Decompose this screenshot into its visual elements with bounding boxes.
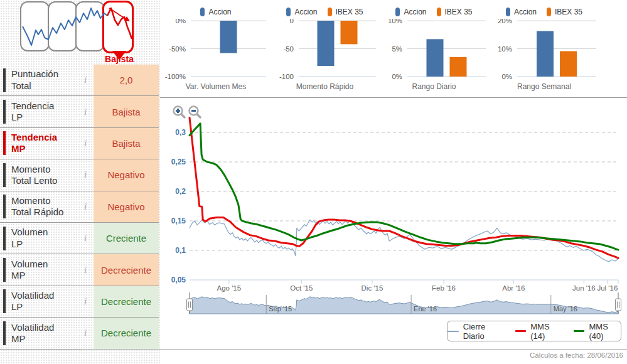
indicator-table: PuntuaciónTotali2,0TendenciaLPiBajistaTe… [0, 65, 159, 350]
mini-chart-rango-semanal: AccionIBEX 3520%10%0%Rango Semanal [488, 0, 600, 94]
series-mms-40- [190, 124, 618, 250]
legend-pill [506, 8, 510, 16]
svg-text:0,2: 0,2 [175, 187, 186, 196]
legend-pill [328, 8, 332, 16]
trend-thumbnail-3[interactable] [75, 1, 105, 51]
svg-text:0,3: 0,3 [175, 128, 186, 137]
indicator-value: Decreciente [94, 286, 159, 317]
legend-pill [286, 8, 291, 16]
svg-text:Ago '15: Ago '15 [217, 284, 242, 292]
legend-label: Accion [404, 8, 426, 16]
info-icon[interactable]: i [77, 75, 94, 85]
svg-text:Jun '16: Jun '16 [572, 284, 596, 292]
legend-label: MMS (14) [530, 322, 562, 341]
row-accent-bar [3, 289, 6, 313]
legend-pill [200, 8, 205, 16]
trend-thumbnail-selected[interactable] [102, 1, 134, 53]
bar-ibex-35 [450, 57, 467, 77]
info-icon[interactable]: i [77, 169, 94, 180]
legend-label: IBEX 35 [336, 8, 363, 16]
svg-text:Dic '15: Dic '15 [362, 284, 383, 292]
legend-item-mms-14-[interactable]: MMS (14) [515, 322, 562, 341]
mini-chart-rango-diario: AccionIBEX 3510%5%0%Rango Diario [378, 0, 490, 94]
svg-text:10%: 10% [388, 19, 402, 24]
bar-accion [220, 21, 237, 53]
indicator-row-momento-total-rapido: MomentoTotal RápidoiNegativo [0, 191, 159, 223]
row-accent-bar [3, 100, 6, 124]
bar-accion [537, 31, 554, 77]
mini-chart-legend: AccionIBEX 35 [488, 0, 600, 19]
indicator-label: VolatilidadLP [11, 290, 77, 313]
indicator-value: Bajista [94, 96, 159, 127]
trend-thumbnail-1[interactable] [20, 1, 50, 51]
info-icon[interactable]: i [77, 296, 94, 307]
mini-chart-title: Rango Diario [378, 82, 490, 91]
legend-line-swatch [447, 331, 459, 332]
legend-item-accion[interactable]: Accion [286, 8, 317, 16]
legend-item-ibex-35[interactable]: IBEX 35 [437, 8, 473, 16]
mini-chart-plot: 20%10%0% [488, 19, 600, 82]
info-icon[interactable]: i [77, 233, 94, 244]
indicator-value: Negativo [94, 191, 159, 222]
svg-text:Oct '15: Oct '15 [290, 284, 313, 292]
navigator[interactable]: Sep '15Ene '16May '16 [187, 292, 621, 314]
indicator-label: MomentoTotal Rápido [11, 195, 77, 218]
legend-item-ibex-35[interactable]: IBEX 35 [328, 8, 363, 16]
legend-item-mms-40-[interactable]: MMS (40) [574, 322, 621, 341]
legend-line-swatch [574, 330, 585, 332]
svg-text:-100: -100 [279, 73, 294, 80]
mini-chart-plot: 0-50-100 [270, 19, 380, 82]
svg-text:0,05: 0,05 [171, 276, 186, 284]
stock-analysis-dashboard: Bajista PuntuaciónTotali2,0TendenciaLPiB… [0, 0, 627, 364]
svg-text:Feb '16: Feb '16 [432, 284, 456, 292]
legend-label: Accion [294, 8, 317, 16]
mini-chart-legend: AccionIBEX 35 [270, 0, 380, 19]
nav-handle-left[interactable] [187, 292, 193, 314]
indicator-label: PuntuaciónTotal [11, 68, 77, 92]
indicator-label: TendenciaMP [11, 132, 77, 155]
indicator-value: Bajista [94, 128, 159, 159]
svg-text:0%: 0% [392, 73, 402, 80]
info-icon[interactable]: i [77, 107, 94, 117]
svg-text:0,25: 0,25 [171, 158, 186, 166]
svg-text:May '16: May '16 [554, 305, 577, 313]
legend-label: Accion [514, 8, 537, 16]
svg-text:Jul '16: Jul '16 [597, 284, 618, 292]
legend-label: IBEX 35 [555, 8, 582, 16]
indicator-row-volatilidad-lp: VolatilidadLPiDecreciente [0, 286, 159, 318]
indicator-row-momento-total-lento: MomentoTotal LentoiNegativo [0, 159, 159, 191]
footer-divider [82, 349, 627, 350]
indicator-row-volatilidad-mp: VolatilidadMPiDecreciente [0, 318, 159, 349]
svg-text:Ene '16: Ene '16 [414, 305, 437, 313]
indicator-row-volumen-mp: VolumenMPiDecreciente [0, 254, 159, 286]
row-accent-bar [3, 163, 6, 187]
indicator-row-volumen-lp: VolumenLPiCreciente [0, 223, 159, 254]
info-icon[interactable]: i [77, 201, 94, 212]
info-icon[interactable]: i [77, 265, 94, 276]
legend-item-ibex-35[interactable]: IBEX 35 [547, 8, 582, 16]
indicator-row-tendencia-lp: TendenciaLPiBajista [0, 96, 159, 127]
info-icon[interactable]: i [77, 328, 94, 338]
row-accent-bar [3, 68, 6, 92]
price-chart-legend: Cierre DiarioMMS (14)MMS (40) [447, 321, 621, 341]
legend-pill [547, 8, 551, 16]
indicator-value: Decreciente [94, 318, 159, 348]
svg-text:Sep '15: Sep '15 [269, 305, 292, 313]
legend-label: Accion [208, 8, 231, 16]
svg-text:0,15: 0,15 [171, 217, 186, 225]
row-accent-bar [3, 227, 6, 250]
legend-item-accion[interactable]: Accion [506, 8, 537, 16]
nav-handle-right[interactable] [616, 292, 621, 314]
row-accent-bar [3, 131, 6, 155]
legend-item-cierre-diario[interactable]: Cierre Diario [447, 322, 504, 341]
indicator-value: 2,0 [94, 65, 159, 95]
selected-trend-label: Bajista [94, 54, 144, 64]
row-accent-bar [3, 195, 6, 218]
svg-text:0%: 0% [175, 19, 186, 24]
series-mms-14- [190, 118, 618, 259]
trend-thumbnail-2[interactable] [48, 1, 77, 51]
svg-text:0: 0 [290, 19, 294, 24]
legend-item-accion[interactable]: Accion [200, 8, 231, 16]
legend-item-accion[interactable]: Accion [395, 8, 426, 16]
info-icon[interactable]: i [77, 138, 94, 149]
